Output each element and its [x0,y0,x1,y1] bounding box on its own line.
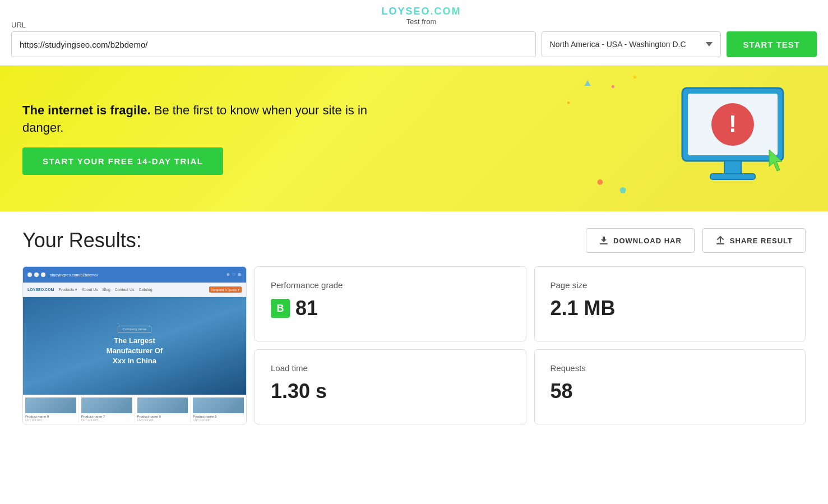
load-time-label: Load time [271,363,510,373]
nav-item-2: About Us [82,288,98,292]
topbar-icons: ⊕ ♡ ⊞ [226,272,242,277]
product-img-8 [25,397,76,413]
url-label: URL [11,21,26,29]
page-size-value: 2.1 MB [551,297,790,320]
decor-circle2: ● [596,174,604,189]
url-input[interactable] [11,31,536,57]
svg-rect-8 [716,243,724,244]
product-img-6 [137,397,188,413]
promo-banner: ▲ ● ● ★ ⬟ ● The internet is fragile. Be … [0,66,828,211]
screenshot-card: studyingseo.com/b2bdemo/ ⊕ ♡ ⊞ LOYSEO.CO… [22,266,247,424]
topbar-dot2 [34,272,39,277]
requests-value: 58 [551,380,790,403]
product-6: Product name 6 CNY is a unit [135,395,191,424]
decor-star: ★ [632,74,637,80]
performance-grade-value: B 81 [271,297,510,320]
monitor-illustration: ! [649,82,806,195]
share-result-button[interactable]: SHARE RESULT [702,228,806,253]
banner-text-side: The internet is fragile. Be the first to… [22,102,404,175]
performance-grade-number: 81 [295,297,318,320]
product-5: Product name 5 CNY is a unit [191,395,246,424]
decor-triangle: ▲ [582,77,593,89]
nav-item-3: Blog [103,288,110,292]
product-8: Product name 8 CNY is a unit [23,395,79,424]
performance-grade-card: Performance grade B 81 [255,266,526,341]
svg-rect-7 [600,243,608,244]
requests-label: Requests [551,363,790,373]
test-from-label: Test from [289,17,553,26]
decor-shape: ⬟ [619,186,626,195]
nav-cta: Request A Quote ▾ [209,286,242,293]
download-icon [599,235,609,246]
nav-item-4: Contact Us [115,288,135,292]
svg-text:!: ! [729,110,737,137]
location-select[interactable]: North America - USA - Washington D.CEuro… [542,31,721,57]
svg-rect-4 [724,161,741,175]
product-img-7 [81,397,132,413]
product-sub-8: CNY is a unit [25,418,76,422]
results-title: Your Results: [22,229,142,252]
hero-headline: The LargestManufacturer OfXxx In China [107,336,163,367]
topbar-url: studyingseo.com/b2bdemo/ [50,273,224,277]
topbar-dot3 [41,272,45,277]
results-actions: DOWNLOAD HAR SHARE RESULT [586,228,806,253]
start-test-button[interactable]: START TEST [727,31,817,57]
header: URL LOYSEO.COM Test from North America -… [0,0,828,66]
results-section: Your Results: DOWNLOAD HAR SHARE RESULT [0,211,828,441]
screenshot-preview: studyingseo.com/b2bdemo/ ⊕ ♡ ⊞ LOYSEO.CO… [23,267,246,424]
screenshot-topbar: studyingseo.com/b2bdemo/ ⊕ ♡ ⊞ [23,267,246,283]
banner-headline: The internet is fragile. Be the first to… [22,102,404,137]
site-logo: LOYSEO.COM [289,6,553,17]
requests-card: Requests 58 [534,349,806,424]
load-time-card: Load time 1.30 s [255,349,526,424]
product-sub-7: CNY is a unit [81,418,132,422]
product-sub-5: CNY is a unit [193,418,244,422]
decor-circle1: ● [611,82,615,90]
results-header: Your Results: DOWNLOAD HAR SHARE RESULT [22,228,806,253]
download-har-button[interactable]: DOWNLOAD HAR [586,228,695,253]
grade-badge: B [271,299,290,318]
svg-rect-5 [710,174,755,179]
nav-item-1: Products ▾ [58,288,77,292]
performance-grade-label: Performance grade [271,280,510,290]
load-time-value: 1.30 s [271,380,510,403]
decor-dot: ● [567,99,570,105]
screenshot-nav: LOYSEO.COM Products ▾ About Us Blog Cont… [23,283,246,297]
page-size-card: Page size 2.1 MB [534,266,806,341]
topbar-dot1 [27,272,32,277]
nav-item-5: Catalog [138,288,152,292]
nav-brand: LOYSEO.COM [27,288,54,292]
share-icon [715,235,725,246]
trial-button[interactable]: START YOUR FREE 14-DAY TRIAL [22,147,223,175]
product-7: Product name 7 CNY is a unit [79,395,135,424]
product-sub-6: CNY is a unit [137,418,188,422]
page-size-label: Page size [551,280,790,290]
screenshot-products: Product name 8 CNY is a unit Product nam… [23,395,246,424]
product-img-5 [193,397,244,413]
screenshot-hero: Company name The LargestManufacturer OfX… [23,297,246,395]
results-grid: studyingseo.com/b2bdemo/ ⊕ ♡ ⊞ LOYSEO.CO… [22,266,806,424]
monitor-svg: ! [671,82,806,195]
hero-company-label: Company name [118,326,151,332]
